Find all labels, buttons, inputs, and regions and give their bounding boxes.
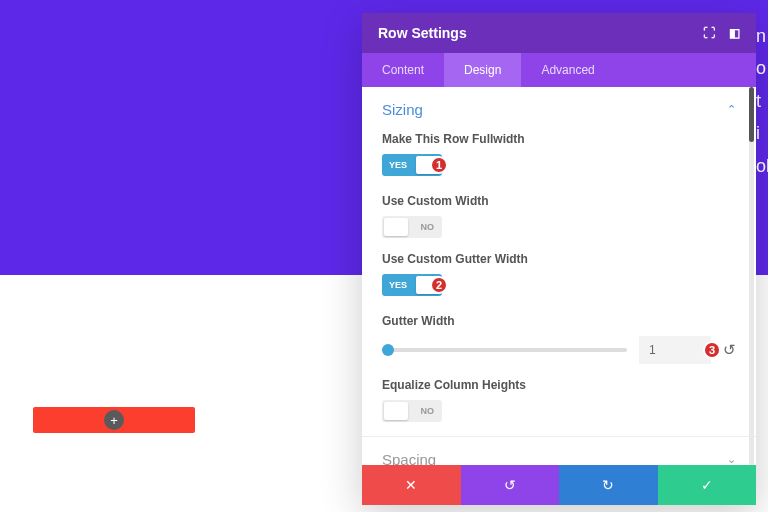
scrollbar-thumb[interactable] — [749, 87, 754, 142]
expand-icon[interactable]: ⛶ — [703, 26, 715, 40]
add-module-button[interactable]: + — [104, 410, 124, 430]
tab-advanced[interactable]: Advanced — [521, 53, 614, 87]
scrollbar-track[interactable] — [749, 87, 754, 465]
snap-icon[interactable]: ◧ — [729, 26, 740, 40]
section-title-spacing: Spacing — [382, 451, 436, 465]
label-equalize: Equalize Column Heights — [382, 378, 736, 392]
section-title-sizing: Sizing — [382, 101, 423, 118]
undo-button[interactable]: ↺ — [461, 465, 560, 505]
toggle-handle — [384, 218, 408, 236]
toggle-custom-width[interactable]: NO — [382, 216, 442, 238]
toggle-handle — [384, 402, 408, 420]
annotation-badge-1: 1 — [430, 156, 448, 174]
chevron-down-icon: ⌄ — [727, 453, 736, 465]
reset-icon[interactable]: ↺ — [723, 341, 736, 359]
label-custom-gutter: Use Custom Gutter Width — [382, 252, 736, 266]
annotation-badge-3: 3 — [703, 341, 721, 359]
input-gutter-width[interactable] — [639, 336, 711, 364]
redo-button[interactable]: ↻ — [559, 465, 658, 505]
chevron-up-icon: ⌃ — [727, 103, 736, 116]
panel-footer: ✕ ↺ ↻ ✓ — [362, 465, 756, 505]
row-settings-panel: Row Settings ⛶ ◧ Content Design Advanced… — [362, 13, 756, 505]
section-spacing-header[interactable]: Spacing ⌄ — [382, 451, 736, 465]
tab-content[interactable]: Content — [362, 53, 444, 87]
panel-body: Sizing ⌃ Make This Row Fullwidth YES 1 U… — [362, 87, 756, 465]
section-sizing-header[interactable]: Sizing ⌃ — [382, 101, 736, 118]
background-text-fragment: n o t i ol — [756, 20, 768, 182]
annotation-badge-2: 2 — [430, 276, 448, 294]
panel-title: Row Settings — [378, 25, 467, 41]
module-block[interactable]: + — [33, 407, 195, 433]
panel-header: Row Settings ⛶ ◧ — [362, 13, 756, 53]
slider-gutter-width[interactable] — [382, 348, 627, 352]
label-custom-width: Use Custom Width — [382, 194, 736, 208]
slider-thumb[interactable] — [382, 344, 394, 356]
label-fullwidth: Make This Row Fullwidth — [382, 132, 736, 146]
tabs: Content Design Advanced — [362, 53, 756, 87]
label-gutter-width: Gutter Width — [382, 314, 736, 328]
cancel-button[interactable]: ✕ — [362, 465, 461, 505]
tab-design[interactable]: Design — [444, 53, 521, 87]
toggle-equalize[interactable]: NO — [382, 400, 442, 422]
save-button[interactable]: ✓ — [658, 465, 757, 505]
